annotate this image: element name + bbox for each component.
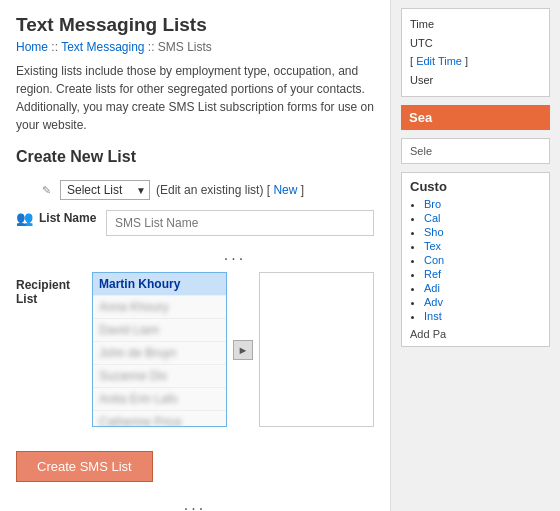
list-item[interactable]: David Liam xyxy=(93,319,226,342)
list-name-input[interactable] xyxy=(106,210,374,236)
list-item[interactable]: Anna Khoury xyxy=(93,296,226,319)
page-title: Text Messaging Lists xyxy=(16,14,374,36)
sidebar-add-page: Add Pa xyxy=(410,328,541,340)
sidebar-time-label: Time xyxy=(410,15,541,34)
breadcrumb: Home :: Text Messaging :: SMS Lists xyxy=(16,40,374,54)
sidebar-search-block: Sea xyxy=(401,105,550,130)
create-sms-list-button[interactable]: Create SMS List xyxy=(16,451,153,482)
select-row: ✎ Select List ▼ (Edit an existing list) … xyxy=(38,180,374,200)
list-item: Adv xyxy=(424,296,541,308)
sidebar-select-label: Sele xyxy=(410,145,541,157)
breadcrumb-current: SMS Lists xyxy=(158,40,212,54)
list-name-row: 👥 List Name xyxy=(16,210,374,236)
custom-link-ref[interactable]: Ref xyxy=(424,268,441,280)
edit-icon: ✎ xyxy=(38,182,54,198)
list-select[interactable]: Select List xyxy=(60,180,150,200)
sidebar-search-bar[interactable]: Sea xyxy=(401,105,550,130)
move-arrows: ► xyxy=(233,340,253,360)
list-item[interactable]: Martin Khoury xyxy=(93,273,226,296)
list-item[interactable]: Anita Erin Lafo xyxy=(93,388,226,411)
select-wrap: Select List ▼ xyxy=(60,180,150,200)
select-hint: (Edit an existing list) [ New ] xyxy=(156,183,304,197)
custom-link-tex[interactable]: Tex xyxy=(424,240,441,252)
breadcrumb-home[interactable]: Home xyxy=(16,40,48,54)
custom-link-inst[interactable]: Inst xyxy=(424,310,442,322)
recipient-list-box[interactable]: Martin Khoury Anna Khoury David Liam Joh… xyxy=(92,272,227,427)
custom-link-cal[interactable]: Cal xyxy=(424,212,441,224)
list-name-label: 👥 List Name xyxy=(16,210,106,226)
sidebar-utc-label: UTC xyxy=(410,34,541,53)
list-item[interactable]: Suzanne Dix xyxy=(93,365,226,388)
recipient-list-label: Recipient List xyxy=(16,272,92,306)
list-item: Bro xyxy=(424,198,541,210)
breadcrumb-messaging[interactable]: Text Messaging xyxy=(61,40,144,54)
custom-link-bro[interactable]: Bro xyxy=(424,198,441,210)
selected-list-box[interactable] xyxy=(259,272,374,427)
list-item[interactable]: Catherine Price xyxy=(93,411,226,427)
sidebar-user-label: User xyxy=(410,71,541,90)
list-item: Sho xyxy=(424,226,541,238)
recipient-list-row: Recipient List Martin Khoury Anna Khoury… xyxy=(16,272,374,427)
custom-link-sho[interactable]: Sho xyxy=(424,226,444,238)
list-item: Ref xyxy=(424,268,541,280)
sidebar: Time UTC [ Edit Time ] User Sea Sele Cus… xyxy=(390,0,560,511)
sidebar-custom-block: Custo Bro Cal Sho Tex Con Ref Adi Adv In… xyxy=(401,172,550,347)
list-item: Tex xyxy=(424,240,541,252)
list-item: Inst xyxy=(424,310,541,322)
sidebar-time-block: Time UTC [ Edit Time ] User xyxy=(401,8,550,97)
edit-time-link[interactable]: Edit Time xyxy=(416,55,462,67)
custom-link-adi[interactable]: Adi xyxy=(424,282,440,294)
new-list-link[interactable]: New xyxy=(273,183,297,197)
main-content: Text Messaging Lists Home :: Text Messag… xyxy=(0,0,390,511)
people-icon: 👥 xyxy=(16,210,33,226)
ellipsis-bottom: ... xyxy=(16,496,374,511)
move-right-button[interactable]: ► xyxy=(233,340,253,360)
list-item: Con xyxy=(424,254,541,266)
recipient-controls: Martin Khoury Anna Khoury David Liam Joh… xyxy=(92,272,374,427)
sidebar-custom-title: Custo xyxy=(410,179,541,194)
custom-link-con[interactable]: Con xyxy=(424,254,444,266)
custom-link-adv[interactable]: Adv xyxy=(424,296,443,308)
page-description: Existing lists include those by employme… xyxy=(16,62,374,134)
sidebar-edit-time: [ Edit Time ] xyxy=(410,52,541,71)
list-item[interactable]: John de Bruyn xyxy=(93,342,226,365)
sidebar-custom-links: Bro Cal Sho Tex Con Ref Adi Adv Inst xyxy=(410,198,541,322)
sidebar-select-block: Sele xyxy=(401,138,550,164)
list-item: Cal xyxy=(424,212,541,224)
section-title: Create New List xyxy=(16,148,374,170)
list-item: Adi xyxy=(424,282,541,294)
ellipsis-top: ... xyxy=(96,246,374,264)
list-name-field-wrap xyxy=(106,210,374,236)
